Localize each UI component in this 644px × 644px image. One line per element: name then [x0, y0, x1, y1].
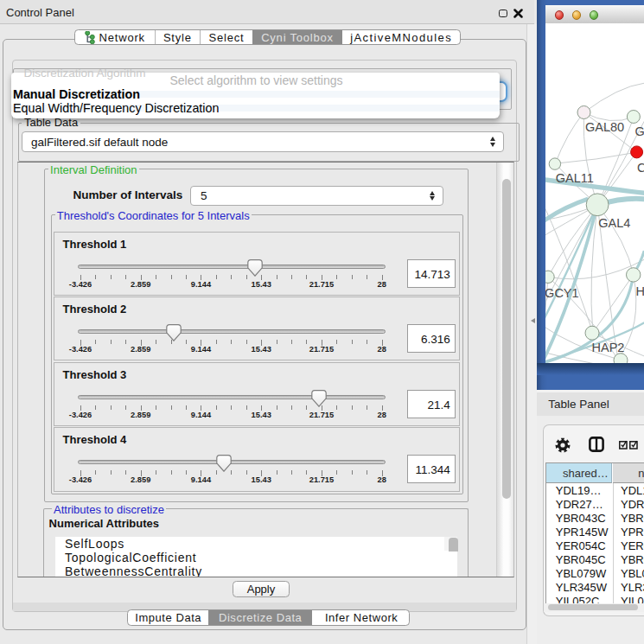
svg-text:HAP2: HAP2 [591, 341, 624, 354]
svg-text:GAL4: GAL4 [598, 216, 630, 230]
svg-text:GCY1: GCY1 [545, 285, 579, 299]
svg-text:G: G [634, 124, 644, 138]
svg-text:C: C [637, 161, 644, 175]
svg-text:GAL80: GAL80 [585, 120, 624, 134]
svg-text:GAL11: GAL11 [555, 170, 593, 184]
svg-text:H: H [635, 284, 644, 297]
